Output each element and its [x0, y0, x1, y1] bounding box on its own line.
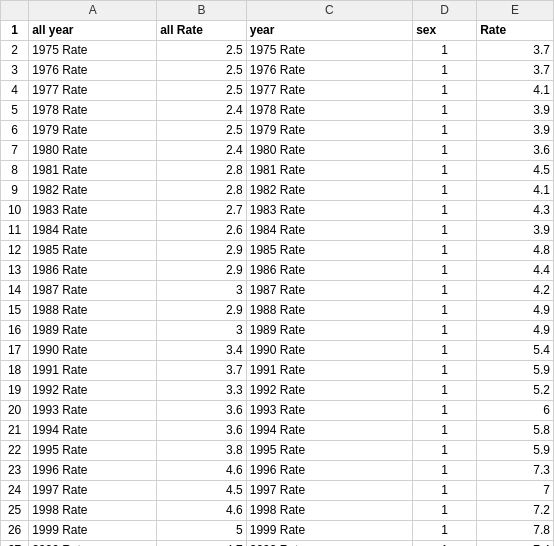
cell-a-21[interactable]: 1994 Rate: [29, 421, 157, 441]
cell-b-1[interactable]: all Rate: [157, 21, 247, 41]
cell-a-15[interactable]: 1988 Rate: [29, 301, 157, 321]
cell-e-4[interactable]: 4.1: [477, 81, 554, 101]
cell-d-19[interactable]: 1: [413, 381, 477, 401]
cell-b-26[interactable]: 5: [157, 521, 247, 541]
cell-d-8[interactable]: 1: [413, 161, 477, 181]
cell-c-15[interactable]: 1988 Rate: [246, 301, 412, 321]
col-header-c[interactable]: C: [246, 1, 412, 21]
cell-a-20[interactable]: 1993 Rate: [29, 401, 157, 421]
cell-c-16[interactable]: 1989 Rate: [246, 321, 412, 341]
cell-c-22[interactable]: 1995 Rate: [246, 441, 412, 461]
cell-e-6[interactable]: 3.9: [477, 121, 554, 141]
cell-d-25[interactable]: 1: [413, 501, 477, 521]
col-header-b[interactable]: B: [157, 1, 247, 21]
cell-a-14[interactable]: 1987 Rate: [29, 281, 157, 301]
cell-b-14[interactable]: 3: [157, 281, 247, 301]
cell-d-26[interactable]: 1: [413, 521, 477, 541]
cell-a-18[interactable]: 1991 Rate: [29, 361, 157, 381]
col-header-a[interactable]: A: [29, 1, 157, 21]
cell-e-22[interactable]: 5.9: [477, 441, 554, 461]
cell-c-24[interactable]: 1997 Rate: [246, 481, 412, 501]
cell-e-26[interactable]: 7.8: [477, 521, 554, 541]
cell-d-21[interactable]: 1: [413, 421, 477, 441]
cell-e-14[interactable]: 4.2: [477, 281, 554, 301]
cell-e-13[interactable]: 4.4: [477, 261, 554, 281]
cell-b-16[interactable]: 3: [157, 321, 247, 341]
cell-a-16[interactable]: 1989 Rate: [29, 321, 157, 341]
cell-e-8[interactable]: 4.5: [477, 161, 554, 181]
cell-a-25[interactable]: 1998 Rate: [29, 501, 157, 521]
cell-b-10[interactable]: 2.7: [157, 201, 247, 221]
cell-c-13[interactable]: 1986 Rate: [246, 261, 412, 281]
cell-c-8[interactable]: 1981 Rate: [246, 161, 412, 181]
cell-c-2[interactable]: 1975 Rate: [246, 41, 412, 61]
cell-b-17[interactable]: 3.4: [157, 341, 247, 361]
cell-c-7[interactable]: 1980 Rate: [246, 141, 412, 161]
cell-b-25[interactable]: 4.6: [157, 501, 247, 521]
cell-b-12[interactable]: 2.9: [157, 241, 247, 261]
cell-a-6[interactable]: 1979 Rate: [29, 121, 157, 141]
cell-c-11[interactable]: 1984 Rate: [246, 221, 412, 241]
cell-c-1[interactable]: year: [246, 21, 412, 41]
cell-e-18[interactable]: 5.9: [477, 361, 554, 381]
cell-b-11[interactable]: 2.6: [157, 221, 247, 241]
cell-b-2[interactable]: 2.5: [157, 41, 247, 61]
cell-e-16[interactable]: 4.9: [477, 321, 554, 341]
cell-d-18[interactable]: 1: [413, 361, 477, 381]
cell-d-16[interactable]: 1: [413, 321, 477, 341]
cell-e-24[interactable]: 7: [477, 481, 554, 501]
cell-a-23[interactable]: 1996 Rate: [29, 461, 157, 481]
cell-d-2[interactable]: 1: [413, 41, 477, 61]
cell-e-17[interactable]: 5.4: [477, 341, 554, 361]
cell-c-19[interactable]: 1992 Rate: [246, 381, 412, 401]
cell-b-8[interactable]: 2.8: [157, 161, 247, 181]
cell-e-2[interactable]: 3.7: [477, 41, 554, 61]
cell-d-22[interactable]: 1: [413, 441, 477, 461]
cell-c-20[interactable]: 1993 Rate: [246, 401, 412, 421]
cell-e-7[interactable]: 3.6: [477, 141, 554, 161]
cell-b-18[interactable]: 3.7: [157, 361, 247, 381]
cell-d-10[interactable]: 1: [413, 201, 477, 221]
cell-e-19[interactable]: 5.2: [477, 381, 554, 401]
cell-a-5[interactable]: 1978 Rate: [29, 101, 157, 121]
cell-c-27[interactable]: 2000 Rate: [246, 541, 412, 547]
cell-c-3[interactable]: 1976 Rate: [246, 61, 412, 81]
cell-d-9[interactable]: 1: [413, 181, 477, 201]
cell-a-22[interactable]: 1995 Rate: [29, 441, 157, 461]
cell-b-9[interactable]: 2.8: [157, 181, 247, 201]
cell-c-25[interactable]: 1998 Rate: [246, 501, 412, 521]
cell-a-17[interactable]: 1990 Rate: [29, 341, 157, 361]
cell-d-1[interactable]: sex: [413, 21, 477, 41]
cell-a-4[interactable]: 1977 Rate: [29, 81, 157, 101]
cell-d-27[interactable]: 1: [413, 541, 477, 547]
cell-e-27[interactable]: 7.4: [477, 541, 554, 547]
cell-e-9[interactable]: 4.1: [477, 181, 554, 201]
cell-b-15[interactable]: 2.9: [157, 301, 247, 321]
cell-c-9[interactable]: 1982 Rate: [246, 181, 412, 201]
cell-c-18[interactable]: 1991 Rate: [246, 361, 412, 381]
cell-d-4[interactable]: 1: [413, 81, 477, 101]
cell-d-12[interactable]: 1: [413, 241, 477, 261]
cell-a-24[interactable]: 1997 Rate: [29, 481, 157, 501]
cell-d-7[interactable]: 1: [413, 141, 477, 161]
cell-e-23[interactable]: 7.3: [477, 461, 554, 481]
cell-d-3[interactable]: 1: [413, 61, 477, 81]
cell-e-5[interactable]: 3.9: [477, 101, 554, 121]
cell-a-12[interactable]: 1985 Rate: [29, 241, 157, 261]
cell-a-11[interactable]: 1984 Rate: [29, 221, 157, 241]
cell-e-15[interactable]: 4.9: [477, 301, 554, 321]
cell-c-17[interactable]: 1990 Rate: [246, 341, 412, 361]
cell-c-4[interactable]: 1977 Rate: [246, 81, 412, 101]
cell-b-5[interactable]: 2.4: [157, 101, 247, 121]
cell-a-13[interactable]: 1986 Rate: [29, 261, 157, 281]
cell-e-12[interactable]: 4.8: [477, 241, 554, 261]
cell-b-6[interactable]: 2.5: [157, 121, 247, 141]
cell-b-19[interactable]: 3.3: [157, 381, 247, 401]
cell-d-5[interactable]: 1: [413, 101, 477, 121]
cell-e-3[interactable]: 3.7: [477, 61, 554, 81]
cell-b-24[interactable]: 4.5: [157, 481, 247, 501]
col-header-e[interactable]: E: [477, 1, 554, 21]
cell-a-9[interactable]: 1982 Rate: [29, 181, 157, 201]
cell-d-15[interactable]: 1: [413, 301, 477, 321]
cell-a-8[interactable]: 1981 Rate: [29, 161, 157, 181]
